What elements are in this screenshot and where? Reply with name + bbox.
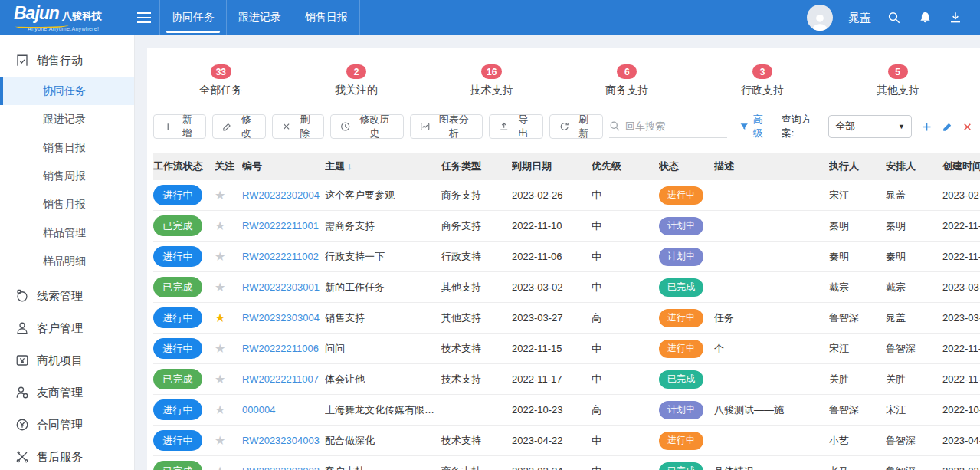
status-badge: 已完成	[659, 462, 703, 470]
task-due-date: 2023-03-27	[512, 312, 592, 324]
task-number-link[interactable]: RW20232304003	[242, 435, 320, 446]
col-priority[interactable]: 优先级	[592, 159, 659, 173]
table-row[interactable]: 进行中 ★ RW20222211006 问问 技术支持 2022-11-15 中…	[153, 334, 980, 364]
sidebar-item-sales-daily[interactable]: 销售日报	[0, 133, 134, 162]
task-number-link[interactable]: RW20222211006	[242, 343, 319, 354]
hamburger-menu-icon[interactable]	[129, 0, 159, 35]
table-row[interactable]: 进行中 ★ RW20222211002 行政支持一下 行政支持 2022-11-…	[153, 242, 980, 272]
table-header: 工作流状态 关注 编号 主题↓ 任务类型 到期日期 优先级 状态 描述 执行人 …	[153, 153, 980, 180]
col-arranger[interactable]: 安排人	[886, 159, 942, 173]
table-row[interactable]: 进行中 ★ 000004 上海舞龙文化传媒有限公司 2022-10-23 高 计…	[153, 395, 980, 426]
download-icon[interactable]	[948, 10, 963, 25]
history-button[interactable]: 修改历史	[330, 114, 403, 139]
tab-followup-records[interactable]: 跟进记录	[227, 0, 293, 35]
avatar[interactable]	[807, 5, 833, 31]
query-add-button[interactable]	[921, 121, 932, 133]
col-follow[interactable]: 关注	[215, 159, 242, 173]
counter-my-follows[interactable]: 2 我关注的	[289, 64, 424, 97]
tab-sales-daily[interactable]: 销售日报	[293, 0, 360, 35]
col-description[interactable]: 描述	[714, 159, 829, 173]
star-icon[interactable]: ★	[215, 311, 225, 324]
counter-all-tasks[interactable]: 33 全部任务	[153, 64, 289, 97]
task-created-time: 2022-11-05	[942, 220, 980, 232]
query-delete-button[interactable]	[962, 122, 972, 132]
advanced-filter[interactable]: 高级	[739, 113, 772, 140]
star-icon[interactable]: ★	[215, 342, 225, 355]
task-number-link[interactable]: RW20232303004	[242, 312, 320, 324]
delete-button[interactable]: 删除	[272, 114, 324, 139]
table-row[interactable]: 进行中 ★ RW20232304003 配合做深化 技术支持 2023-04-2…	[153, 426, 980, 456]
sidebar-section-leads[interactable]: 线索管理	[0, 280, 134, 312]
table-row[interactable]: 已完成 ★ RW20232303001 新的工作任务 其他支持 2023-03-…	[153, 272, 980, 303]
bell-icon[interactable]	[917, 10, 932, 25]
task-number-link[interactable]: 000004	[242, 404, 275, 416]
sidebar-section-contracts[interactable]: 合同管理	[0, 409, 134, 441]
star-icon[interactable]: ★	[215, 403, 225, 416]
status-badge: 进行中	[659, 309, 703, 327]
table-row[interactable]: 已完成 ★ RW20222211007 体会让他 技术支持 2022-11-17…	[153, 364, 980, 395]
col-status[interactable]: 状态	[659, 159, 714, 173]
sidebar-item-collab-tasks[interactable]: 协同任务	[0, 77, 134, 105]
sidebar-item-sales-monthly[interactable]: 销售月报	[0, 190, 134, 219]
task-executor: 鲁智深	[829, 311, 886, 325]
chart-analysis-button[interactable]: 图表分析	[410, 114, 483, 139]
sidebar-section-sales-actions[interactable]: 销售行动	[0, 44, 134, 77]
star-icon[interactable]: ★	[215, 250, 225, 263]
sidebar-section-partners[interactable]: 友商管理	[0, 376, 134, 409]
task-priority: 中	[592, 250, 659, 264]
counter-label: 我关注的	[335, 84, 378, 97]
task-number-link[interactable]: RW20232303003	[242, 465, 320, 470]
tab-collab-tasks[interactable]: 协同任务	[159, 0, 227, 35]
task-created-time: 2022-11-15	[942, 343, 980, 354]
task-number-link[interactable]: RW20232303001	[242, 281, 320, 293]
add-button[interactable]: 新增	[153, 114, 206, 139]
col-task-type[interactable]: 任务类型	[441, 159, 512, 173]
star-icon[interactable]: ★	[215, 373, 225, 386]
sidebar-item-sample-mgmt[interactable]: 样品管理	[0, 219, 134, 247]
sidebar-section-after-sales[interactable]: 售后服务	[0, 441, 134, 470]
counter-tech-support[interactable]: 16 技术支持	[424, 64, 559, 97]
refresh-button[interactable]: 刷新	[549, 114, 603, 139]
col-due-date[interactable]: 到期日期	[512, 159, 592, 173]
sidebar-section-opportunities[interactable]: 商机项目	[0, 344, 134, 376]
table-row[interactable]: 已完成 ★ RW20232303003 客户支持 商务支持 2023-03-24…	[153, 456, 980, 470]
export-button[interactable]: 导出	[489, 114, 542, 139]
search-icon[interactable]	[887, 10, 902, 25]
workflow-badge: 已完成	[153, 369, 202, 389]
task-due-date: 2023-03-24	[512, 465, 592, 470]
query-scheme-select[interactable]: 全部 ▼	[828, 115, 912, 138]
counter-admin-support[interactable]: 3 行政支持	[695, 64, 831, 97]
task-number-link[interactable]: RW20232302004	[242, 189, 320, 201]
col-number[interactable]: 编号	[242, 159, 325, 173]
edit-button[interactable]: 修改	[212, 114, 265, 139]
tab-label: 协同任务	[172, 11, 215, 25]
sidebar-section-customers[interactable]: 客户管理	[0, 312, 134, 344]
search-input[interactable]	[625, 120, 717, 132]
task-number-link[interactable]: RW20222211007	[242, 373, 319, 385]
star-icon[interactable]: ★	[215, 465, 225, 470]
star-icon[interactable]: ★	[215, 434, 225, 447]
username[interactable]: 晁盖	[848, 11, 871, 25]
logo-text-cn: 八骏科技	[62, 11, 102, 21]
table-row[interactable]: 进行中 ★ RW20232302004 这个客户要参观 商务支持 2023-02…	[153, 180, 980, 211]
sidebar-item-followup-records[interactable]: 跟进记录	[0, 105, 134, 133]
table-row[interactable]: 已完成 ★ RW20222211001 需商务支持 商务支持 2022-11-1…	[153, 211, 980, 242]
star-icon[interactable]: ★	[215, 281, 225, 294]
col-subject[interactable]: 主题↓	[325, 159, 441, 173]
sort-desc-icon[interactable]: ↓	[347, 160, 352, 172]
task-number-link[interactable]: RW20222211002	[242, 251, 319, 262]
query-edit-button[interactable]	[942, 121, 953, 133]
counter-business-support[interactable]: 6 商务支持	[559, 64, 695, 97]
sidebar-item-sales-weekly[interactable]: 销售周报	[0, 162, 134, 190]
col-executor[interactable]: 执行人	[829, 159, 886, 173]
logo-text-en: Bajun	[14, 5, 59, 22]
sidebar-item-sample-detail[interactable]: 样品明细	[0, 247, 134, 275]
star-icon[interactable]: ★	[215, 189, 225, 202]
table-row[interactable]: 进行中 ★ RW20232303004 销售支持 其他支持 2023-03-27…	[153, 303, 980, 334]
col-created-time[interactable]: 创建时间	[942, 159, 980, 173]
col-workflow-status[interactable]: 工作流状态	[153, 159, 215, 173]
counter-other-support[interactable]: 5 其他支持	[830, 64, 965, 97]
star-icon[interactable]: ★	[215, 219, 225, 232]
task-number-link[interactable]: RW20222211001	[242, 220, 319, 232]
workflow-badge: 进行中	[153, 185, 202, 205]
